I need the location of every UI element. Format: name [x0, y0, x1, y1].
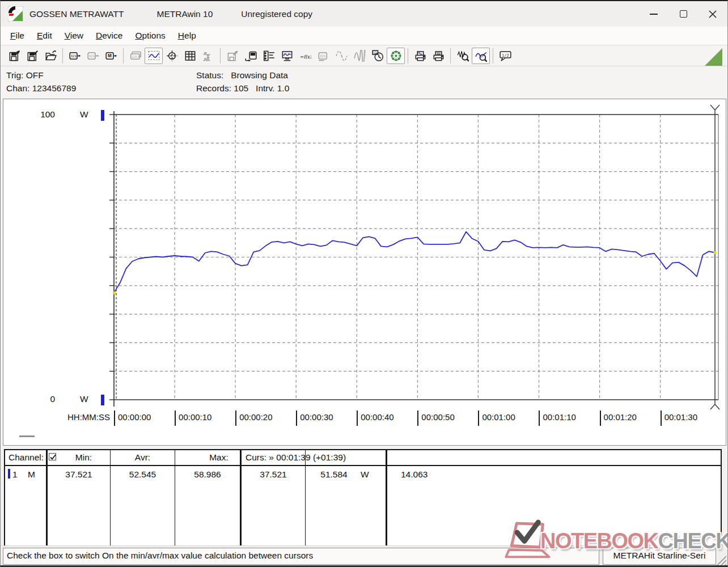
view-numeric-button: 1257 — [126, 48, 145, 64]
y-cursor-marker-top[interactable] — [101, 110, 104, 121]
x-tick-000030: 00:00:30 — [296, 411, 353, 426]
x-tick-000120: 00:01:20 — [600, 411, 657, 426]
header-max: Max: — [175, 450, 240, 465]
channel-setup-button[interactable] — [260, 48, 278, 64]
x-tick-000000: 00:00:00 — [114, 411, 171, 426]
export-data-button — [223, 48, 242, 64]
header-channel: Channel: — [9, 450, 44, 465]
print-button[interactable] — [429, 48, 447, 64]
checkmark-icon — [49, 454, 57, 461]
y-axis-unit-top: W — [80, 109, 88, 120]
program-name: METRAwin 10 — [156, 9, 213, 19]
toolbar: 321321M1257=f(x)321121/2 — [1, 45, 727, 66]
menu-help[interactable]: Help — [172, 28, 202, 44]
svg-text:=f(x): =f(x) — [299, 53, 311, 59]
device-name-panel: METRAHit Starline-Seri — [603, 548, 716, 565]
annotation-tooltip-button[interactable]: 1/2 — [496, 48, 514, 64]
time-interval-settings-button[interactable]: 12 — [369, 48, 387, 64]
toolbar-separator — [493, 48, 493, 64]
toolbar-separator — [408, 48, 408, 64]
read-device-memory-button[interactable]: M — [102, 48, 120, 64]
cell-avr: 52.545 — [111, 466, 175, 483]
view-data-table-button[interactable] — [181, 48, 199, 64]
menu-edit[interactable]: Edit — [31, 28, 58, 44]
close-button[interactable] — [698, 1, 727, 27]
measurement-table: Channel: Min: Avr: Max: Curs: » 00:01:39… — [4, 449, 722, 545]
cell-unit: W — [361, 466, 378, 483]
open-file-button[interactable] — [41, 48, 60, 64]
toolbar-group-5 — [411, 48, 447, 64]
meter-out-icon: 321 — [69, 50, 81, 62]
print-preview-chart-button[interactable] — [411, 48, 429, 64]
maximize-button[interactable] — [668, 1, 698, 27]
minimize-button[interactable] — [639, 1, 668, 27]
display-icon: 1257 — [130, 50, 142, 62]
meter-small-icon: 321 — [318, 50, 329, 62]
svg-text:321: 321 — [319, 54, 325, 57]
monitor-online-button[interactable] — [278, 48, 296, 64]
y-axis-unit-bottom: W — [80, 394, 88, 404]
toolbar-group-1 — [5, 48, 60, 64]
titlebar: GOSSEN METRAWATT METRAwin 10 Unregistere… — [1, 1, 727, 27]
fx-icon: =f(x) — [299, 50, 311, 62]
view-histogram-button — [199, 48, 217, 64]
histogram-icon — [202, 50, 214, 62]
info-panel: Trig: OFF Chan: 123456789 Status: Browsi… — [1, 66, 727, 99]
live-gauge-view-button[interactable] — [387, 48, 405, 64]
formula-function-button[interactable]: =f(x) — [296, 48, 314, 64]
records-text: Records: 105 Intrv. 1.0 — [196, 83, 289, 94]
chart-panel: 100 W 0 W HH:MM:SS 00:00:0000:00:1000:00… — [3, 99, 726, 446]
trigger-status: Trig: OFF — [6, 70, 44, 81]
toolbar-separator — [62, 48, 63, 64]
menu-file[interactable]: File — [4, 28, 31, 44]
menu-device[interactable]: Device — [90, 28, 129, 44]
zoom-amplitude-button[interactable] — [454, 48, 472, 64]
svg-text:321: 321 — [70, 54, 77, 57]
x-tick-000020: 00:00:20 — [235, 411, 292, 426]
toolbar-separator — [123, 48, 124, 64]
menubar: FileEditViewDeviceOptionsHelp — [1, 27, 727, 45]
resize-grip[interactable] — [716, 555, 726, 565]
cell-delta: 14.063 — [401, 466, 469, 483]
minmax-checkbox[interactable] — [49, 453, 56, 460]
view-curve-chart-button[interactable] — [145, 48, 163, 64]
close-icon — [709, 10, 717, 18]
y-axis-min-label: 0 — [23, 394, 55, 404]
single-trigger-wave-button — [332, 48, 350, 64]
zoom-curve-button[interactable] — [472, 48, 490, 64]
printer-curve-icon — [414, 50, 426, 62]
continuous-wave-button — [350, 48, 369, 64]
app-name: GOSSEN METRAWATT — [29, 9, 124, 19]
status-text: Status: Browsing Data — [196, 70, 288, 81]
menu-view[interactable]: View — [58, 28, 90, 44]
x-tick-000050: 00:00:50 — [417, 411, 474, 426]
scrollbar-thumb[interactable] — [19, 435, 35, 437]
menu-options[interactable]: Options — [129, 28, 171, 44]
app-logo-icon — [8, 6, 23, 22]
table-icon — [184, 50, 196, 62]
y-cursor-marker-bottom[interactable] — [101, 395, 104, 405]
write-to-device-button: 321 — [84, 48, 102, 64]
cell-channel-mode: M — [28, 466, 45, 483]
chart-canvas[interactable] — [3, 99, 726, 445]
channel-list-icon — [263, 50, 275, 62]
clock-icon: 12 — [372, 50, 384, 62]
svg-text:M: M — [108, 53, 112, 58]
folder-icon — [45, 50, 57, 62]
x-tick-000010: 00:00:10 — [175, 411, 231, 426]
printer-icon — [433, 50, 445, 62]
cell-channel-num: 1 — [12, 466, 29, 483]
view-xy-plot-button[interactable] — [163, 48, 181, 64]
import-from-device-button[interactable] — [242, 48, 260, 64]
read-from-device-button[interactable]: 321 — [66, 48, 84, 64]
save-file-button[interactable] — [23, 48, 41, 64]
magnifier-wave-icon — [457, 50, 469, 62]
meter-in-icon: 321 — [87, 50, 99, 62]
header-avr: Avr: — [111, 450, 175, 465]
svg-text:321: 321 — [88, 54, 95, 57]
x-tick-000130: 00:01:30 — [661, 411, 717, 426]
minimize-icon — [650, 14, 658, 15]
cell-max: 58.986 — [175, 466, 240, 483]
save-export-file-button[interactable] — [5, 48, 23, 64]
meter-m-icon: M — [105, 50, 117, 62]
